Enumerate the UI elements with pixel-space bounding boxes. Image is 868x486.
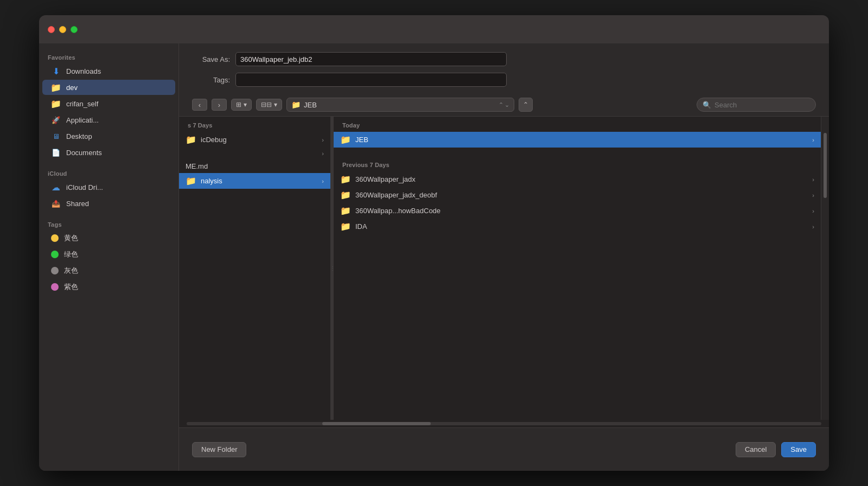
view-dropdown-arrow: ▾ xyxy=(244,101,247,108)
sidebar-item-label: iCloud Dri... xyxy=(66,183,103,191)
tags-input[interactable] xyxy=(235,73,507,87)
view-list-button[interactable]: ⊟⊟ ▾ xyxy=(256,99,282,111)
file-item-label: 360Wallpaper_jadx xyxy=(355,175,416,183)
location-arrows[interactable]: ⌃ ⌄ xyxy=(499,101,509,108)
folder-icon: 📁 xyxy=(340,135,351,145)
chevron-right-icon: › xyxy=(812,176,814,183)
folder-icon: 📁 xyxy=(340,206,351,216)
list-item[interactable]: 📁 360Wallpap...howBadCode › xyxy=(334,203,821,219)
sidebar-item-tag-gray[interactable]: 灰色 xyxy=(42,263,175,278)
list-item[interactable]: 📁 icDebug › xyxy=(179,132,330,148)
prev7-header: Previous 7 Days xyxy=(334,156,821,171)
forward-button[interactable]: › xyxy=(212,99,227,111)
close-button[interactable] xyxy=(48,26,55,33)
header-area: Save As: Tags: xyxy=(179,43,829,93)
list-item-jeb[interactable]: 📁 JEB › xyxy=(334,132,821,148)
chevron-right-icon: › xyxy=(322,178,324,184)
sidebar-item-crifan-self[interactable]: 📁 crifan_self xyxy=(42,96,175,111)
folder-icon: 📁 xyxy=(51,99,61,108)
downloads-icon: ⬇ xyxy=(51,66,61,76)
chevron-right-icon: › xyxy=(812,192,814,199)
list-item[interactable]: 📁 IDA › xyxy=(334,219,821,234)
scrollbar-thumb[interactable] xyxy=(824,133,827,198)
list-item[interactable]: 📁 360Wallpaper_jadx › xyxy=(334,171,821,187)
location-folder-icon: 📁 xyxy=(291,100,301,109)
sidebar-item-tag-yellow[interactable]: 黄色 xyxy=(42,231,175,246)
search-box: 🔍 xyxy=(697,98,816,112)
view-grid-button[interactable]: ⊞ ▾ xyxy=(231,99,252,111)
right-column: Today 📁 JEB › Previous 7 Days 📁 360Wallp… xyxy=(334,117,821,420)
tags-label: Tags: xyxy=(192,76,235,84)
right-column-scroll[interactable]: Today 📁 JEB › Previous 7 Days 📁 360Wallp… xyxy=(334,117,821,420)
main-content: Favorites ⬇ Downloads 📁 dev 📁 crifan_sel… xyxy=(39,43,829,471)
save-dialog: Favorites ⬇ Downloads 📁 dev 📁 crifan_sel… xyxy=(39,15,829,471)
file-item-label: icDebug xyxy=(201,136,227,144)
sidebar-item-label: Downloads xyxy=(66,67,101,75)
new-folder-button[interactable]: New Folder xyxy=(192,442,246,457)
tag-green-dot xyxy=(51,251,59,258)
sidebar-item-label: Applicati... xyxy=(66,116,99,124)
documents-icon: 📄 xyxy=(51,148,61,157)
back-button[interactable]: ‹ xyxy=(192,99,207,111)
left-column: s 7 Days 📁 icDebug › › ME.md xyxy=(179,117,331,420)
left-col-header: s 7 Days xyxy=(179,117,330,132)
today-header: Today xyxy=(334,117,821,132)
sidebar-item-shared[interactable]: 📤 Shared xyxy=(42,196,175,211)
cancel-button[interactable]: Cancel xyxy=(736,442,776,457)
shared-icon: 📤 xyxy=(51,199,61,208)
list-item[interactable]: › xyxy=(179,148,330,159)
file-browser: s 7 Days 📁 icDebug › › ME.md xyxy=(179,117,829,420)
icloud-icon: ☁ xyxy=(51,182,61,192)
chevron-right-icon: › xyxy=(322,150,324,157)
list-item[interactable]: 📁 360Wallpaper_jadx_deobf › xyxy=(334,187,821,203)
chevron-right-icon: › xyxy=(322,137,324,143)
sidebar-item-dev[interactable]: 📁 dev xyxy=(42,80,175,95)
list-icon: ⊟⊟ xyxy=(261,101,272,108)
search-input[interactable] xyxy=(714,101,810,109)
tags-row: Tags: xyxy=(192,73,816,87)
maximize-button[interactable] xyxy=(71,26,78,33)
sidebar-item-label: crifan_self xyxy=(66,100,98,108)
horizontal-scrollbar[interactable] xyxy=(179,420,829,427)
minimize-button[interactable] xyxy=(59,26,66,33)
sidebar-item-desktop[interactable]: 🖥 Desktop xyxy=(42,129,175,144)
h-scrollbar-track xyxy=(187,422,821,425)
vertical-scrollbar[interactable] xyxy=(821,117,829,420)
chevron-right-icon: › xyxy=(812,137,814,143)
sidebar-item-label: Desktop xyxy=(66,132,92,140)
sidebar-item-documents[interactable]: 📄 Documents xyxy=(42,145,175,160)
left-column-scroll[interactable]: s 7 Days 📁 icDebug › › ME.md xyxy=(179,117,330,420)
desktop-icon: 🖥 xyxy=(51,131,61,141)
title-bar xyxy=(39,15,829,43)
h-scrollbar-thumb[interactable] xyxy=(322,422,431,425)
save-as-label: Save As: xyxy=(192,55,235,63)
favorites-section-label: Favorites xyxy=(39,50,178,63)
grid-icon: ⊞ xyxy=(236,101,241,108)
sidebar-item-label: Documents xyxy=(66,149,102,157)
folder-icon: 📁 xyxy=(340,221,351,232)
toolbar: ‹ › ⊞ ▾ ⊟⊟ ▾ 📁 JEB ⌃ ⌄ xyxy=(179,93,829,117)
bottom-bar: New Folder Cancel Save xyxy=(179,427,829,471)
list-item[interactable]: ME.md xyxy=(179,159,330,173)
list-item-selected[interactable]: 📁 nalysis › xyxy=(179,173,330,189)
save-button[interactable]: Save xyxy=(781,442,816,457)
folder-icon: 📁 xyxy=(340,190,351,200)
sidebar: Favorites ⬇ Downloads 📁 dev 📁 crifan_sel… xyxy=(39,43,179,471)
folder-icon: 📁 xyxy=(340,174,351,184)
sidebar-item-applications[interactable]: 🚀 Applicati... xyxy=(42,112,175,127)
bottom-right-buttons: Cancel Save xyxy=(736,442,816,457)
tag-gray-dot xyxy=(51,267,59,274)
save-as-input[interactable] xyxy=(235,52,507,66)
sidebar-item-icloud-drive[interactable]: ☁ iCloud Dri... xyxy=(42,180,175,195)
location-text: JEB xyxy=(304,101,495,109)
tag-yellow-dot xyxy=(51,234,59,242)
sidebar-item-tag-green[interactable]: 绿色 xyxy=(42,247,175,262)
sidebar-item-tag-purple[interactable]: 紫色 xyxy=(42,279,175,295)
applications-icon: 🚀 xyxy=(51,115,61,125)
sidebar-item-downloads[interactable]: ⬇ Downloads xyxy=(42,63,175,79)
tag-purple-dot xyxy=(51,283,59,291)
location-bar: 📁 JEB ⌃ ⌄ xyxy=(286,98,514,112)
expand-icon: ⌃ xyxy=(523,101,528,108)
sidebar-item-label: 紫色 xyxy=(64,282,78,292)
expand-button[interactable]: ⌃ xyxy=(519,98,533,112)
